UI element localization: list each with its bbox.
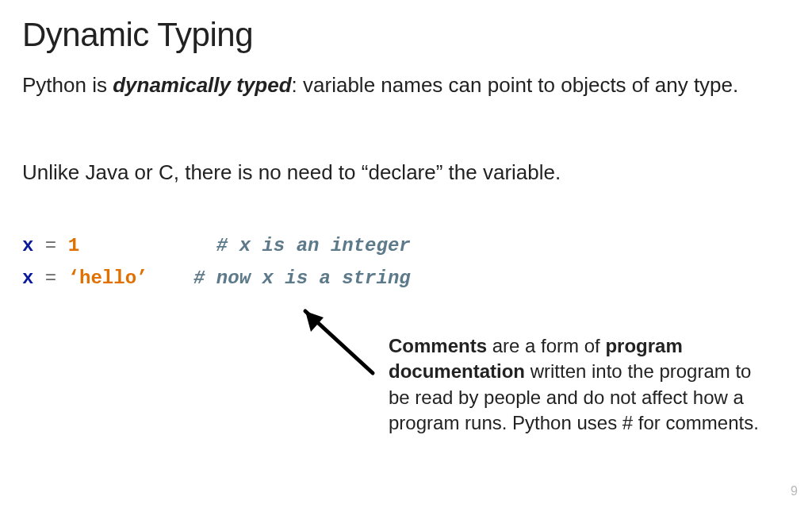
- text: : variable names can point to objects of…: [292, 73, 739, 97]
- code-operator: =: [33, 267, 67, 289]
- emphasis-dynamically-typed: dynamically typed: [113, 73, 291, 97]
- svg-line-0: [305, 311, 373, 373]
- code-operator: =: [33, 235, 67, 256]
- code-spacing: [79, 235, 216, 256]
- slide: Dynamic Typing Python is dynamically typ…: [0, 0, 812, 508]
- comments-annotation: Comments are a form of program documenta…: [389, 333, 761, 437]
- code-comment: # x is an integer: [216, 235, 411, 256]
- svg-marker-1: [305, 311, 324, 332]
- code-string: ‘hello’: [68, 267, 148, 289]
- code-number: 1: [68, 235, 79, 256]
- second-paragraph: Unlike Java or C, there is no need to “d…: [22, 159, 768, 187]
- code-variable: x: [22, 267, 33, 289]
- code-spacing: [147, 267, 193, 289]
- text: Python is: [22, 73, 113, 97]
- code-comment: # now x is a string: [193, 267, 411, 289]
- page-number: 9: [791, 484, 798, 498]
- text: are a form of: [487, 335, 605, 356]
- code-variable: x: [22, 235, 33, 256]
- arrow-icon: [285, 302, 381, 389]
- intro-paragraph: Python is dynamically typed: variable na…: [22, 71, 768, 99]
- bold-text: Comments: [389, 335, 487, 356]
- code-example: x = 1 # x is an integer x = ‘hello’ # no…: [22, 230, 411, 295]
- slide-title: Dynamic Typing: [22, 16, 253, 54]
